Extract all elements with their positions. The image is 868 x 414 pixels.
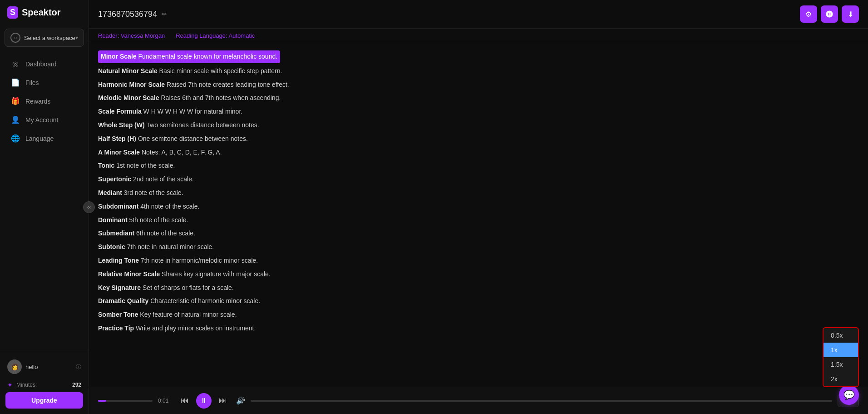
text-line: Subdominant 4th note of the scale. xyxy=(98,201,859,212)
text-line: Dramatic Quality Characteristic of harmo… xyxy=(98,296,859,307)
download-button[interactable]: ⬇ xyxy=(842,5,859,23)
voice-button[interactable] xyxy=(821,5,838,23)
progress-fill xyxy=(98,400,106,402)
sidebar-item-files[interactable]: 📄 Files xyxy=(4,74,85,91)
minutes-row: ✦ Minutes: 292 xyxy=(5,379,83,392)
sidebar-item-label: Files xyxy=(25,79,39,86)
username: hello xyxy=(25,364,38,370)
sidebar-item-dashboard[interactable]: ◎ Dashboard xyxy=(4,55,85,73)
player-controls: ⏮ ⏸ ⏭ xyxy=(177,393,231,409)
term: Relative Minor Scale xyxy=(98,270,160,278)
playback-progress-bar[interactable] xyxy=(251,400,832,402)
language-icon: 🌐 xyxy=(11,134,20,143)
logo: S Speaktor xyxy=(0,0,89,25)
document-title: 1736870536794 xyxy=(98,10,157,19)
description: 3rd note of the scale. xyxy=(124,189,183,196)
workspace-selector[interactable]: ○ Select a workspace ▾ xyxy=(5,29,84,47)
time-display: 0:01 xyxy=(158,398,172,404)
term: Subdominant xyxy=(98,203,138,210)
description: Basic minor scale with specific step pat… xyxy=(159,67,282,75)
pause-button[interactable]: ⏸ xyxy=(196,393,212,409)
minutes-label: Minutes: xyxy=(16,382,37,388)
term: Natural Minor Scale xyxy=(98,67,158,75)
speed-option-2x[interactable]: 2x xyxy=(824,372,858,386)
term: Whole Step (W) xyxy=(98,121,145,129)
text-line: Scale Formula W H W W H W W for natural … xyxy=(98,106,859,117)
term: Somber Tone xyxy=(98,311,138,318)
term: Key Signature xyxy=(98,284,141,291)
term: A Minor Scale xyxy=(98,149,140,156)
text-line: Whole Step (W) Two semitones distance be… xyxy=(98,120,859,131)
text-line: Practice Tip Write and play minor scales… xyxy=(98,323,859,334)
next-button[interactable]: ⏭ xyxy=(215,393,231,409)
description: 5th note of the scale. xyxy=(129,216,188,224)
player-bar: 0:01 ⏮ ⏸ ⏭ 🔊 0.5x 1x 1.5x 2x 1x ▾ xyxy=(89,387,868,414)
description: Raised 7th note creates leading tone eff… xyxy=(167,81,289,88)
content-area[interactable]: Minor Scale Fundamental scale known for … xyxy=(89,43,868,387)
term: Dramatic Quality xyxy=(98,297,148,304)
description: 1st note of the scale. xyxy=(116,162,175,169)
text-line: Half Step (H) One semitone distance betw… xyxy=(98,134,859,145)
description: 6th note of the scale. xyxy=(136,229,195,237)
speed-option-1.5x[interactable]: 1.5x xyxy=(824,357,858,372)
upgrade-button[interactable]: Upgrade xyxy=(5,392,83,409)
logo-icon: S xyxy=(7,6,18,19)
collapse-sidebar-button[interactable]: ‹‹ xyxy=(83,201,95,213)
sidebar-item-language[interactable]: 🌐 Language xyxy=(4,130,85,147)
speed-option-1x[interactable]: 1x xyxy=(824,343,858,357)
sidebar-item-label: Dashboard xyxy=(25,60,57,68)
sidebar-item-my-account[interactable]: 👤 My Account xyxy=(4,111,85,129)
text-line: Leading Tone 7th note in harmonic/melodi… xyxy=(98,255,859,266)
description: Write and play minor scales on instrumen… xyxy=(136,324,256,332)
user-icon: 👤 xyxy=(11,115,20,124)
speed-option-0.5x[interactable]: 0.5x xyxy=(824,328,858,343)
description: 7th note in natural minor scale. xyxy=(127,243,214,250)
term: Mediant xyxy=(98,189,122,196)
sidebar-footer: 👩 hello ⓘ ✦ Minutes: 292 Upgrade xyxy=(0,352,89,414)
text-line: Somber Tone Key feature of natural minor… xyxy=(98,309,859,320)
description: Fundamental scale known for melancholic … xyxy=(138,53,277,60)
description: Characteristic of harmonic minor scale. xyxy=(150,297,260,304)
text-line: Tonic 1st note of the scale. xyxy=(98,160,859,171)
text-line: Mediant 3rd note of the scale. xyxy=(98,188,859,199)
reader-name: Reader: Vanessa Morgan xyxy=(98,32,165,39)
term: Practice Tip xyxy=(98,324,134,332)
term: Leading Tone xyxy=(98,257,139,264)
edit-title-icon[interactable]: ✏ xyxy=(162,10,167,18)
description: Shares key signature with major scale. xyxy=(162,270,271,278)
main-content: 1736870536794 ✏ ⚙ ⬇ Reader: Vanessa Morg… xyxy=(89,0,868,414)
header-actions: ⚙ ⬇ xyxy=(800,5,859,23)
term: Subtonic xyxy=(98,243,125,250)
text-line: Natural Minor Scale Basic minor scale wi… xyxy=(98,66,859,77)
description: 7th note in harmonic/melodic minor scale… xyxy=(141,257,258,264)
term: Scale Formula xyxy=(98,108,142,115)
volume-icon[interactable]: 🔊 xyxy=(236,396,245,405)
description: Set of sharps or flats for a scale. xyxy=(143,284,234,291)
description: 4th note of the scale. xyxy=(140,203,199,210)
description: W H W W H W W for natural minor. xyxy=(143,108,243,115)
chat-bubble-button[interactable]: 💬 xyxy=(839,385,859,405)
sidebar-item-rewards[interactable]: 🎁 Rewards xyxy=(4,92,85,110)
description: One semitone distance between notes. xyxy=(138,135,248,142)
previous-button[interactable]: ⏮ xyxy=(177,393,192,409)
settings-button[interactable]: ⚙ xyxy=(800,5,817,23)
text-line: Subtonic 7th note in natural minor scale… xyxy=(98,242,859,253)
user-info: 👩 hello ⓘ xyxy=(5,358,83,376)
term: Minor Scale xyxy=(101,53,137,60)
avatar: 👩 xyxy=(7,359,22,374)
text-line: Harmonic Minor Scale Raised 7th note cre… xyxy=(98,80,859,90)
text-line: Melodic Minor Scale Raises 6th and 7th n… xyxy=(98,93,859,104)
description: 2nd note of the scale. xyxy=(133,175,194,183)
text-line: Dominant 5th note of the scale. xyxy=(98,215,859,226)
rewards-icon: 🎁 xyxy=(11,97,20,105)
text-line: Supertonic 2nd note of the scale. xyxy=(98,174,859,185)
sidebar-item-label: Rewards xyxy=(25,98,50,105)
nav-menu: ◎ Dashboard 📄 Files 🎁 Rewards 👤 My Accou… xyxy=(0,50,89,352)
chat-icon: 💬 xyxy=(843,389,855,400)
sidebar: S Speaktor ○ Select a workspace ▾ ◎ Dash… xyxy=(0,0,89,414)
minutes-icon: ✦ xyxy=(7,381,13,389)
mini-progress-bar[interactable] xyxy=(98,400,153,402)
description: Raises 6th and 7th notes when ascending. xyxy=(161,94,281,101)
info-icon[interactable]: ⓘ xyxy=(76,363,81,371)
text-line: Relative Minor Scale Shares key signatur… xyxy=(98,269,859,280)
